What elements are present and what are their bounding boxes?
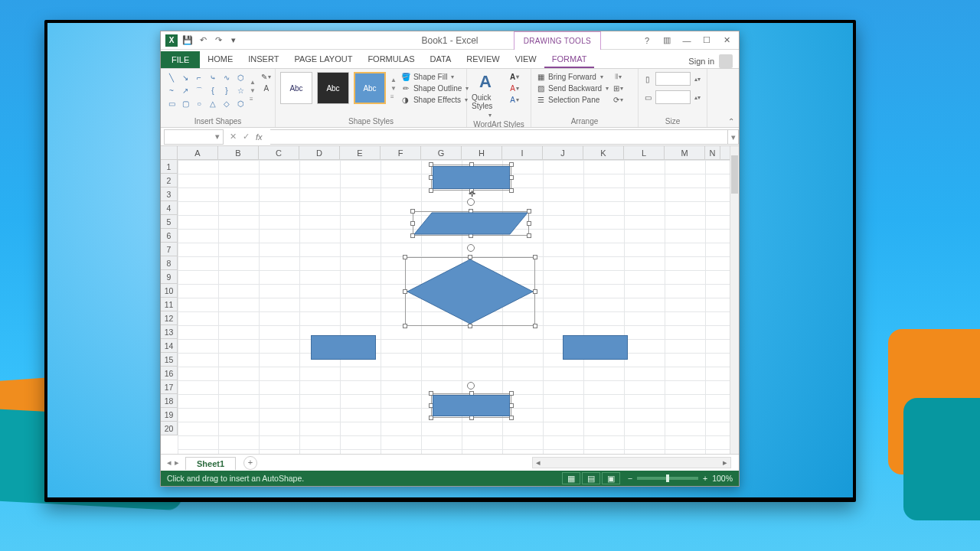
text-box-icon[interactable]: A [262, 83, 271, 93]
bring-forward-button[interactable]: ▦Bring Forward▾ [536, 72, 609, 81]
rotation-handle-icon[interactable] [467, 244, 475, 252]
scrollbar-thumb[interactable] [731, 155, 738, 194]
save-icon[interactable]: 💾 [182, 35, 193, 46]
shape-roundrect-icon[interactable]: ▢ [179, 98, 191, 109]
gallery-down-icon[interactable]: ▼ [250, 87, 256, 94]
shape-rect-icon[interactable]: ▭ [165, 98, 178, 109]
shape-width-input[interactable] [655, 90, 691, 104]
shape-style-preset-3[interactable]: Abc [354, 72, 386, 104]
flowchart-data-shape[interactable] [413, 211, 529, 236]
horizontal-scrollbar[interactable]: ◂ ▸ [532, 457, 731, 468]
shape-hex-icon[interactable]: ⬡ [234, 98, 247, 109]
vertical-scrollbar[interactable] [730, 146, 739, 454]
flowchart-process-shape[interactable] [311, 335, 376, 360]
ribbon-display-options-icon[interactable]: ▥ [661, 35, 673, 45]
group-icon[interactable]: ⊞▾ [613, 83, 622, 93]
tab-page-layout[interactable]: PAGE LAYOUT [286, 51, 360, 68]
shape-scribble-icon[interactable]: ~ [165, 85, 178, 96]
cells-area[interactable]: ✛ [178, 160, 730, 454]
select-all-triangle[interactable] [161, 146, 178, 160]
avatar-icon[interactable] [719, 54, 733, 68]
tab-formulas[interactable]: FORMULAS [360, 51, 422, 68]
shape-diamond-icon[interactable]: ◇ [220, 98, 233, 109]
fx-label[interactable]: fx [256, 132, 266, 142]
qat-customize-icon[interactable]: ▾ [228, 35, 239, 46]
text-fill-icon[interactable]: A▾ [510, 72, 519, 81]
selection-pane-button[interactable]: ☰Selection Pane [536, 95, 609, 104]
shape-height-input[interactable] [655, 72, 691, 86]
edit-shape-icon[interactable]: ✎▾ [262, 72, 271, 81]
flowchart-decision-shape[interactable] [405, 257, 535, 326]
sheet-tab-active[interactable]: Sheet1 [185, 457, 236, 470]
spreadsheet-grid[interactable]: ABCDEFGHIJKLMN 1234567891011121314151617… [161, 146, 739, 454]
shape-curve-icon[interactable]: ∿ [220, 72, 233, 83]
shapes-gallery[interactable]: ╲↘⌐⤷∿⬡ ~↗⌒{}☆ ▭▢○△◇⬡ [165, 72, 247, 109]
shape-line-icon[interactable]: ╲ [165, 72, 178, 83]
sheet-nav-next-icon[interactable]: ▸ [175, 458, 179, 468]
sign-in-link[interactable]: Sign in [688, 57, 714, 66]
text-effects-icon[interactable]: A▾ [510, 95, 519, 104]
tab-view[interactable]: VIEW [508, 51, 544, 68]
row-headers[interactable]: 1234567891011121314151617181920 [161, 160, 178, 435]
formula-input[interactable] [270, 129, 728, 145]
name-box-dropdown-icon[interactable]: ▾ [212, 132, 223, 142]
shape-freeform-icon[interactable]: ⬡ [234, 72, 247, 83]
maximize-button[interactable]: ☐ [701, 35, 713, 45]
undo-icon[interactable]: ↶ [198, 35, 208, 46]
close-button[interactable]: ✕ [720, 35, 733, 45]
shape-fill-button[interactable]: 🪣Shape Fill▾ [401, 72, 469, 81]
sheet-nav-prev-icon[interactable]: ◂ [167, 458, 172, 468]
name-box[interactable]: ▾ [164, 129, 224, 145]
zoom-in-button[interactable]: + [703, 474, 707, 483]
redo-icon[interactable]: ↷ [213, 35, 224, 46]
add-sheet-button[interactable]: + [243, 456, 257, 470]
zoom-slider[interactable] [637, 477, 698, 480]
shape-elbow-icon[interactable]: ⌐ [193, 72, 205, 83]
view-page-break-icon[interactable]: ▣ [602, 472, 620, 484]
shape-connector-icon[interactable]: ⤷ [207, 72, 219, 83]
shape-style-preset-1[interactable]: Abc [280, 72, 312, 104]
shape-star-icon[interactable]: ☆ [234, 85, 247, 96]
minimize-button[interactable]: — [681, 36, 693, 45]
spinner-icon[interactable]: ▴▾ [694, 76, 701, 83]
shape-brace-icon[interactable]: { [207, 85, 219, 96]
flowchart-process-shape[interactable] [433, 395, 510, 416]
shape-outline-button[interactable]: ✏Shape Outline▾ [401, 83, 469, 93]
tab-review[interactable]: REVIEW [459, 51, 507, 68]
enter-formula-icon[interactable]: ✓ [243, 132, 250, 142]
send-backward-button[interactable]: ▨Send Backward▾ [536, 83, 609, 93]
spinner-icon[interactable]: ▴▾ [694, 94, 701, 101]
style-gallery-more-icon[interactable]: ≡ [390, 93, 397, 100]
gallery-more-icon[interactable]: ≡ [250, 96, 256, 103]
tab-format[interactable]: FORMAT [544, 51, 595, 68]
flowchart-process-shape[interactable] [563, 335, 628, 360]
tab-data[interactable]: DATA [423, 51, 459, 68]
rotation-handle-icon[interactable] [467, 382, 475, 390]
shape-effects-button[interactable]: ◑Shape Effects▾ [401, 95, 469, 104]
flowchart-process-shape[interactable] [433, 166, 510, 189]
shape-triangle-icon[interactable]: △ [207, 98, 219, 109]
excel-app-icon[interactable]: X [165, 34, 178, 47]
text-outline-icon[interactable]: A▾ [510, 83, 519, 93]
collapse-ribbon-icon[interactable]: ⌃ [724, 116, 739, 127]
shape-arc-icon[interactable]: ⌒ [193, 85, 205, 96]
quick-styles-button[interactable]: A Quick Styles▾ [472, 72, 507, 119]
scroll-right-icon[interactable]: ▸ [720, 458, 730, 468]
view-normal-icon[interactable]: ▦ [562, 472, 580, 484]
rotate-icon[interactable]: ⟳▾ [613, 95, 622, 104]
tab-file[interactable]: FILE [161, 51, 200, 68]
scroll-left-icon[interactable]: ◂ [533, 458, 544, 468]
style-gallery-up-icon[interactable]: ▲ [390, 77, 397, 83]
zoom-out-button[interactable]: − [628, 474, 632, 483]
view-page-layout-icon[interactable]: ▤ [582, 472, 600, 484]
shape-oval-icon[interactable]: ○ [193, 98, 205, 109]
shape-style-preset-2[interactable]: Abc [317, 72, 349, 104]
rotation-handle-icon[interactable] [467, 198, 475, 206]
shape-brace2-icon[interactable]: } [220, 85, 233, 96]
tab-home[interactable]: HOME [200, 51, 240, 68]
style-gallery-down-icon[interactable]: ▼ [390, 85, 397, 92]
column-headers[interactable]: ABCDEFGHIJKLMN [178, 146, 730, 160]
shape-arrow2-icon[interactable]: ↗ [179, 85, 191, 96]
tab-insert[interactable]: INSERT [240, 51, 286, 68]
expand-formula-bar-icon[interactable]: ▾ [728, 129, 739, 145]
